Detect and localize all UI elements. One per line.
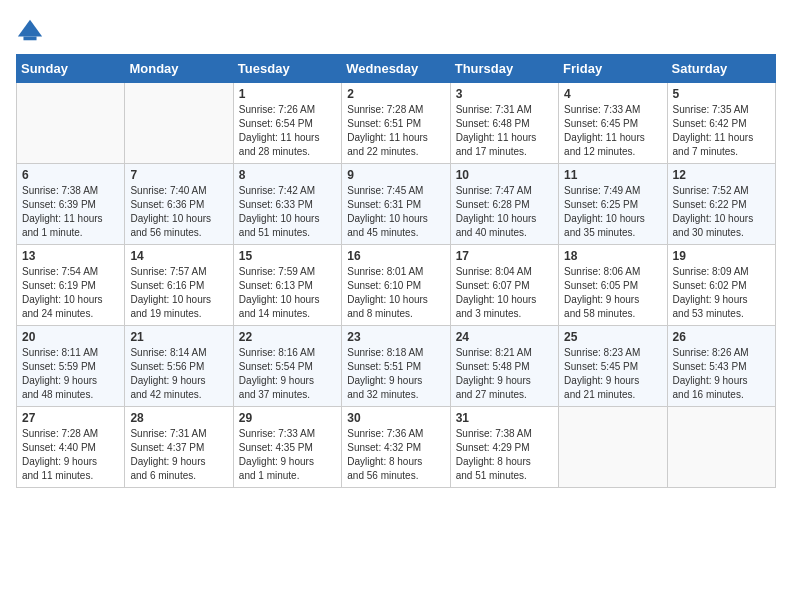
- day-number: 26: [673, 330, 770, 344]
- calendar-cell: 6Sunrise: 7:38 AM Sunset: 6:39 PM Daylig…: [17, 164, 125, 245]
- calendar-body: 1Sunrise: 7:26 AM Sunset: 6:54 PM Daylig…: [17, 83, 776, 488]
- day-info: Sunrise: 7:33 AM Sunset: 6:45 PM Dayligh…: [564, 103, 661, 159]
- day-number: 16: [347, 249, 444, 263]
- calendar-cell: 23Sunrise: 8:18 AM Sunset: 5:51 PM Dayli…: [342, 326, 450, 407]
- day-number: 1: [239, 87, 336, 101]
- day-number: 29: [239, 411, 336, 425]
- calendar-cell: [667, 407, 775, 488]
- day-info: Sunrise: 8:11 AM Sunset: 5:59 PM Dayligh…: [22, 346, 119, 402]
- calendar-cell: 2Sunrise: 7:28 AM Sunset: 6:51 PM Daylig…: [342, 83, 450, 164]
- day-number: 11: [564, 168, 661, 182]
- calendar-cell: [17, 83, 125, 164]
- day-number: 17: [456, 249, 553, 263]
- calendar-week-row: 20Sunrise: 8:11 AM Sunset: 5:59 PM Dayli…: [17, 326, 776, 407]
- calendar-week-row: 1Sunrise: 7:26 AM Sunset: 6:54 PM Daylig…: [17, 83, 776, 164]
- calendar-cell: 1Sunrise: 7:26 AM Sunset: 6:54 PM Daylig…: [233, 83, 341, 164]
- day-info: Sunrise: 8:09 AM Sunset: 6:02 PM Dayligh…: [673, 265, 770, 321]
- day-number: 14: [130, 249, 227, 263]
- calendar-cell: 12Sunrise: 7:52 AM Sunset: 6:22 PM Dayli…: [667, 164, 775, 245]
- day-info: Sunrise: 8:23 AM Sunset: 5:45 PM Dayligh…: [564, 346, 661, 402]
- weekday-header: Saturday: [667, 55, 775, 83]
- day-number: 12: [673, 168, 770, 182]
- calendar-cell: 16Sunrise: 8:01 AM Sunset: 6:10 PM Dayli…: [342, 245, 450, 326]
- day-info: Sunrise: 7:28 AM Sunset: 4:40 PM Dayligh…: [22, 427, 119, 483]
- day-info: Sunrise: 7:45 AM Sunset: 6:31 PM Dayligh…: [347, 184, 444, 240]
- calendar-cell: 11Sunrise: 7:49 AM Sunset: 6:25 PM Dayli…: [559, 164, 667, 245]
- day-number: 24: [456, 330, 553, 344]
- calendar-cell: 18Sunrise: 8:06 AM Sunset: 6:05 PM Dayli…: [559, 245, 667, 326]
- day-number: 15: [239, 249, 336, 263]
- calendar-header-row: SundayMondayTuesdayWednesdayThursdayFrid…: [17, 55, 776, 83]
- day-info: Sunrise: 7:28 AM Sunset: 6:51 PM Dayligh…: [347, 103, 444, 159]
- calendar-cell: 5Sunrise: 7:35 AM Sunset: 6:42 PM Daylig…: [667, 83, 775, 164]
- day-number: 18: [564, 249, 661, 263]
- day-number: 2: [347, 87, 444, 101]
- calendar-cell: 14Sunrise: 7:57 AM Sunset: 6:16 PM Dayli…: [125, 245, 233, 326]
- day-info: Sunrise: 7:33 AM Sunset: 4:35 PM Dayligh…: [239, 427, 336, 483]
- day-number: 31: [456, 411, 553, 425]
- calendar-cell: 3Sunrise: 7:31 AM Sunset: 6:48 PM Daylig…: [450, 83, 558, 164]
- weekday-header: Tuesday: [233, 55, 341, 83]
- day-number: 20: [22, 330, 119, 344]
- day-info: Sunrise: 8:21 AM Sunset: 5:48 PM Dayligh…: [456, 346, 553, 402]
- day-number: 22: [239, 330, 336, 344]
- day-info: Sunrise: 8:14 AM Sunset: 5:56 PM Dayligh…: [130, 346, 227, 402]
- calendar-cell: 27Sunrise: 7:28 AM Sunset: 4:40 PM Dayli…: [17, 407, 125, 488]
- day-info: Sunrise: 7:36 AM Sunset: 4:32 PM Dayligh…: [347, 427, 444, 483]
- day-info: Sunrise: 7:52 AM Sunset: 6:22 PM Dayligh…: [673, 184, 770, 240]
- weekday-header: Friday: [559, 55, 667, 83]
- day-number: 3: [456, 87, 553, 101]
- calendar-cell: [559, 407, 667, 488]
- day-number: 27: [22, 411, 119, 425]
- calendar-cell: 20Sunrise: 8:11 AM Sunset: 5:59 PM Dayli…: [17, 326, 125, 407]
- day-info: Sunrise: 7:35 AM Sunset: 6:42 PM Dayligh…: [673, 103, 770, 159]
- calendar-cell: 28Sunrise: 7:31 AM Sunset: 4:37 PM Dayli…: [125, 407, 233, 488]
- day-info: Sunrise: 7:47 AM Sunset: 6:28 PM Dayligh…: [456, 184, 553, 240]
- calendar-cell: 22Sunrise: 8:16 AM Sunset: 5:54 PM Dayli…: [233, 326, 341, 407]
- day-number: 6: [22, 168, 119, 182]
- day-number: 4: [564, 87, 661, 101]
- day-number: 19: [673, 249, 770, 263]
- calendar-week-row: 27Sunrise: 7:28 AM Sunset: 4:40 PM Dayli…: [17, 407, 776, 488]
- calendar-cell: 17Sunrise: 8:04 AM Sunset: 6:07 PM Dayli…: [450, 245, 558, 326]
- calendar-week-row: 6Sunrise: 7:38 AM Sunset: 6:39 PM Daylig…: [17, 164, 776, 245]
- day-info: Sunrise: 7:31 AM Sunset: 4:37 PM Dayligh…: [130, 427, 227, 483]
- day-number: 10: [456, 168, 553, 182]
- weekday-header: Sunday: [17, 55, 125, 83]
- day-info: Sunrise: 8:26 AM Sunset: 5:43 PM Dayligh…: [673, 346, 770, 402]
- day-info: Sunrise: 7:40 AM Sunset: 6:36 PM Dayligh…: [130, 184, 227, 240]
- day-info: Sunrise: 7:57 AM Sunset: 6:16 PM Dayligh…: [130, 265, 227, 321]
- day-info: Sunrise: 7:49 AM Sunset: 6:25 PM Dayligh…: [564, 184, 661, 240]
- day-number: 21: [130, 330, 227, 344]
- svg-marker-0: [18, 20, 42, 37]
- day-number: 8: [239, 168, 336, 182]
- calendar-week-row: 13Sunrise: 7:54 AM Sunset: 6:19 PM Dayli…: [17, 245, 776, 326]
- calendar-cell: 29Sunrise: 7:33 AM Sunset: 4:35 PM Dayli…: [233, 407, 341, 488]
- day-info: Sunrise: 7:38 AM Sunset: 6:39 PM Dayligh…: [22, 184, 119, 240]
- calendar-cell: 7Sunrise: 7:40 AM Sunset: 6:36 PM Daylig…: [125, 164, 233, 245]
- calendar-cell: 24Sunrise: 8:21 AM Sunset: 5:48 PM Dayli…: [450, 326, 558, 407]
- calendar-cell: 19Sunrise: 8:09 AM Sunset: 6:02 PM Dayli…: [667, 245, 775, 326]
- day-info: Sunrise: 7:42 AM Sunset: 6:33 PM Dayligh…: [239, 184, 336, 240]
- day-info: Sunrise: 7:26 AM Sunset: 6:54 PM Dayligh…: [239, 103, 336, 159]
- day-number: 30: [347, 411, 444, 425]
- logo-icon: [16, 16, 44, 44]
- day-number: 28: [130, 411, 227, 425]
- calendar-cell: [125, 83, 233, 164]
- calendar-cell: 21Sunrise: 8:14 AM Sunset: 5:56 PM Dayli…: [125, 326, 233, 407]
- calendar-cell: 15Sunrise: 7:59 AM Sunset: 6:13 PM Dayli…: [233, 245, 341, 326]
- calendar-cell: 13Sunrise: 7:54 AM Sunset: 6:19 PM Dayli…: [17, 245, 125, 326]
- day-number: 5: [673, 87, 770, 101]
- weekday-header: Thursday: [450, 55, 558, 83]
- day-number: 13: [22, 249, 119, 263]
- day-info: Sunrise: 8:04 AM Sunset: 6:07 PM Dayligh…: [456, 265, 553, 321]
- calendar-cell: 31Sunrise: 7:38 AM Sunset: 4:29 PM Dayli…: [450, 407, 558, 488]
- day-info: Sunrise: 8:18 AM Sunset: 5:51 PM Dayligh…: [347, 346, 444, 402]
- calendar-cell: 10Sunrise: 7:47 AM Sunset: 6:28 PM Dayli…: [450, 164, 558, 245]
- day-number: 25: [564, 330, 661, 344]
- calendar-cell: 25Sunrise: 8:23 AM Sunset: 5:45 PM Dayli…: [559, 326, 667, 407]
- calendar-cell: 4Sunrise: 7:33 AM Sunset: 6:45 PM Daylig…: [559, 83, 667, 164]
- day-number: 7: [130, 168, 227, 182]
- day-info: Sunrise: 8:06 AM Sunset: 6:05 PM Dayligh…: [564, 265, 661, 321]
- calendar-cell: 9Sunrise: 7:45 AM Sunset: 6:31 PM Daylig…: [342, 164, 450, 245]
